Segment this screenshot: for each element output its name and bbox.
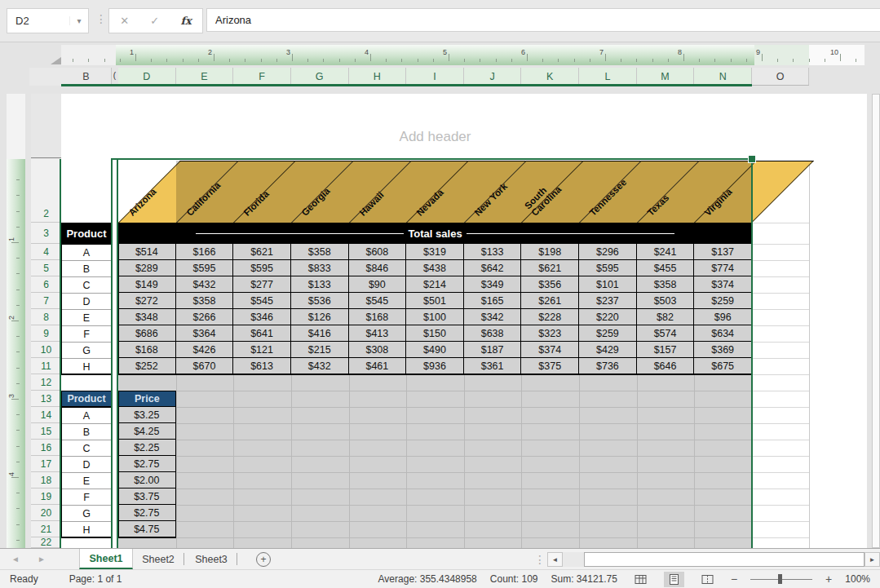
sales-cell[interactable]: $166 — [176, 244, 234, 260]
sales-cell[interactable]: $308 — [349, 342, 407, 358]
sales-cell[interactable]: $455 — [637, 260, 695, 276]
sales-cell[interactable]: $323 — [521, 325, 579, 342]
sales-cell[interactable]: $536 — [291, 293, 349, 309]
sales-cell[interactable]: $621 — [521, 260, 579, 276]
sales-cell[interactable]: $101 — [579, 276, 637, 293]
sales-cell[interactable]: $296 — [579, 244, 637, 260]
confirm-icon[interactable]: ✓ — [150, 15, 159, 27]
sales-cell[interactable]: $266 — [176, 309, 234, 325]
price-cell[interactable]: $4.25 — [118, 423, 176, 440]
sales-cell[interactable]: $574 — [637, 325, 695, 342]
sales-cell[interactable]: $545 — [233, 293, 291, 309]
sales-cell[interactable]: $429 — [579, 342, 637, 358]
sales-cell[interactable]: $187 — [464, 342, 522, 358]
sales-cell[interactable]: $215 — [291, 342, 349, 358]
sales-cell[interactable]: $220 — [579, 309, 637, 325]
sales-cell[interactable]: $638 — [464, 325, 522, 342]
row-header-14[interactable]: 14 — [31, 407, 61, 423]
row-header-5[interactable]: 5 — [31, 260, 61, 276]
sales-cell[interactable]: $342 — [464, 309, 522, 325]
sales-cell[interactable]: $461 — [349, 358, 407, 374]
zoom-slider-thumb[interactable] — [778, 574, 782, 584]
sales-cell[interactable]: $374 — [521, 342, 579, 358]
zoom-slider[interactable] — [750, 573, 812, 585]
sales-cell[interactable]: $361 — [464, 358, 522, 374]
product-label-cell[interactable]: E — [62, 473, 111, 489]
sales-cell[interactable]: $168 — [118, 342, 176, 358]
column-header-b[interactable]: B — [61, 68, 112, 86]
price-cell[interactable]: $3.75 — [118, 489, 176, 505]
column-header-m[interactable]: M — [637, 68, 695, 86]
sales-cell[interactable]: $252 — [118, 358, 176, 374]
sales-cell[interactable]: $228 — [521, 309, 579, 325]
sales-cell[interactable]: $259 — [694, 293, 752, 309]
sales-cell[interactable]: $545 — [349, 293, 407, 309]
row-header-10[interactable]: 10 — [31, 342, 61, 358]
row-header-21[interactable]: 21 — [31, 521, 61, 537]
sales-cell[interactable]: $642 — [464, 260, 522, 276]
column-header-j[interactable]: J — [464, 68, 522, 86]
column-header-k[interactable]: K — [521, 68, 579, 86]
next-sheet-icon[interactable]: ► — [38, 555, 46, 564]
sales-cell[interactable]: $358 — [176, 293, 234, 309]
row-header-6[interactable]: 6 — [31, 276, 61, 293]
price-cell[interactable]: $2.75 — [118, 456, 176, 472]
sales-cell[interactable]: $634 — [694, 325, 752, 342]
row-header-12[interactable]: 12 — [31, 374, 61, 391]
sales-cell[interactable]: $137 — [694, 244, 752, 260]
sales-cell[interactable]: $358 — [291, 244, 349, 260]
row-header-3[interactable]: 3 — [31, 223, 61, 244]
row-header-22[interactable]: 22 — [31, 537, 61, 548]
price-cell[interactable]: $3.25 — [118, 407, 176, 423]
selection-handle[interactable] — [748, 155, 756, 163]
sales-cell[interactable]: $426 — [176, 342, 234, 358]
sales-cell[interactable]: $641 — [233, 325, 291, 342]
column-header-f[interactable]: F — [233, 68, 291, 86]
product-label-cell[interactable]: G — [62, 343, 111, 359]
column-header-n[interactable]: N — [694, 68, 752, 86]
page-layout-view-icon[interactable] — [664, 572, 684, 587]
sales-cell[interactable]: $438 — [406, 260, 464, 276]
page-header-placeholder[interactable]: Add header — [61, 127, 809, 147]
sales-cell[interactable]: $121 — [233, 342, 291, 358]
row-header-18[interactable]: 18 — [31, 472, 61, 489]
cancel-icon[interactable]: ✕ — [120, 15, 129, 27]
product-label-cell[interactable]: C — [62, 440, 111, 457]
row-header-4[interactable]: 4 — [31, 244, 61, 260]
product-label-cell[interactable]: C — [62, 277, 111, 294]
sales-cell[interactable]: $374 — [694, 276, 752, 293]
row-header-7[interactable]: 7 — [31, 293, 61, 309]
sales-cell[interactable]: $670 — [176, 358, 234, 374]
sales-cell[interactable]: $936 — [406, 358, 464, 374]
row-header-13[interactable]: 13 — [31, 391, 61, 407]
product-label-cell[interactable]: D — [62, 294, 111, 310]
column-header-i[interactable]: I — [406, 68, 464, 86]
sales-cell[interactable]: $168 — [349, 309, 407, 325]
column-header-d[interactable]: D — [118, 68, 176, 86]
sales-cell[interactable]: $375 — [521, 358, 579, 374]
row-header-20[interactable]: 20 — [31, 505, 61, 521]
sales-cell[interactable]: $100 — [406, 309, 464, 325]
sales-cell[interactable]: $490 — [406, 342, 464, 358]
sales-cell[interactable]: $356 — [521, 276, 579, 293]
sales-cell[interactable]: $157 — [637, 342, 695, 358]
sales-cell[interactable]: $595 — [579, 260, 637, 276]
row-header-17[interactable]: 17 — [31, 456, 61, 472]
zoom-level[interactable]: 100% — [845, 573, 870, 585]
scroll-right-icon[interactable]: ► — [865, 552, 880, 567]
sales-cell[interactable]: $646 — [637, 358, 695, 374]
price-cell[interactable]: $2.75 — [118, 505, 176, 521]
name-box[interactable]: D2 ▾ — [7, 8, 89, 33]
tab-sheet2[interactable]: Sheet2 — [135, 549, 182, 569]
row-header-15[interactable]: 15 — [31, 423, 61, 440]
price-cell[interactable]: $2.25 — [118, 440, 176, 456]
sales-cell[interactable]: $241 — [637, 244, 695, 260]
vertical-scrollbar[interactable] — [872, 94, 880, 548]
formula-bar-input[interactable]: Arizona — [206, 8, 880, 32]
sales-cell[interactable]: $277 — [233, 276, 291, 293]
product-label-cell[interactable]: H — [62, 522, 111, 538]
sales-cell[interactable]: $364 — [176, 325, 234, 342]
sales-cell[interactable]: $237 — [579, 293, 637, 309]
sales-cell[interactable]: $369 — [694, 342, 752, 358]
sales-cell[interactable]: $149 — [118, 276, 176, 293]
